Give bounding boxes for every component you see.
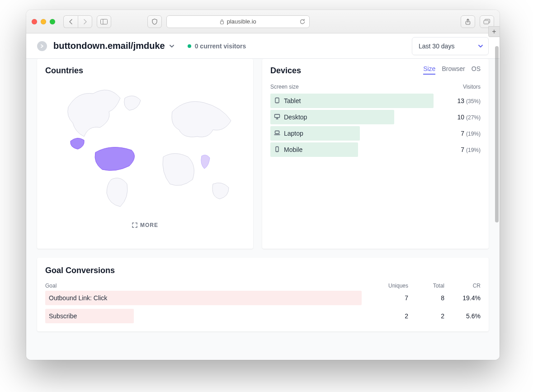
nav-back-forward <box>63 15 92 28</box>
col-goal: Goal <box>45 283 372 289</box>
close-window-button[interactable] <box>32 19 37 24</box>
svg-rect-2 <box>220 21 223 24</box>
tab-os[interactable]: OS <box>472 65 481 75</box>
devices-list: Tablet 13 (35%) Desktop 10 (27%) Laptop … <box>270 93 481 158</box>
devices-subheader: Screen size Visitors <box>270 84 481 90</box>
device-percent: (19%) <box>466 147 481 153</box>
goal-bar: Outbound Link: Click <box>45 291 362 305</box>
map-country-india[interactable] <box>201 155 210 169</box>
countries-map[interactable] <box>45 76 245 220</box>
tab-browser[interactable]: Browser <box>442 65 465 75</box>
map-country-us[interactable] <box>95 147 134 171</box>
tab-size[interactable]: Size <box>423 65 435 75</box>
desktop-icon <box>274 113 280 121</box>
goal-uniques: 2 <box>372 312 408 320</box>
address-bar-host: plausible.io <box>227 18 256 25</box>
current-visitors-text[interactable]: 0 current visitors <box>195 43 246 50</box>
goals-title: Goal Conversions <box>45 266 481 275</box>
device-bar: Laptop <box>270 126 360 141</box>
goal-bar: Subscribe <box>45 309 134 323</box>
collapse-toggle[interactable] <box>37 41 47 51</box>
map-region-northamerica-canada <box>68 90 120 137</box>
countries-card: Countries <box>37 59 253 249</box>
back-button[interactable] <box>63 15 78 28</box>
device-label: Desktop <box>284 113 307 121</box>
device-metrics: 7 (19%) <box>461 130 481 137</box>
address-bar[interactable]: plausible.io <box>166 15 310 28</box>
dashboard-content: Countries <box>26 59 500 360</box>
device-row[interactable]: Tablet 13 (35%) <box>270 93 481 109</box>
chevron-down-icon <box>477 43 484 49</box>
browser-titlebar: plausible.io <box>26 10 500 33</box>
device-visitors: 10 <box>457 113 464 121</box>
zoom-window-button[interactable] <box>50 19 55 24</box>
new-tab-button[interactable]: + <box>488 26 500 37</box>
goals-columns: Goal Uniques Total CR <box>45 283 481 289</box>
reload-button[interactable] <box>299 19 306 25</box>
col-visitors: Visitors <box>463 84 481 90</box>
date-range-picker[interactable]: Last 30 days <box>412 37 489 55</box>
map-region-africa <box>163 154 194 186</box>
goals-list: Outbound Link: Click 7 8 19.4% Subscribe… <box>45 289 481 325</box>
goal-label: Outbound Link: Click <box>49 294 107 302</box>
device-metrics: 7 (19%) <box>461 146 481 153</box>
expand-icon <box>132 222 137 228</box>
laptop-icon <box>274 130 280 137</box>
map-country-us-alaska[interactable] <box>71 138 84 149</box>
device-row[interactable]: Laptop 7 (19%) <box>270 125 481 142</box>
chevron-down-icon[interactable] <box>169 43 175 49</box>
device-bar: Tablet <box>270 94 434 108</box>
svg-rect-8 <box>275 114 280 118</box>
minimize-window-button[interactable] <box>41 19 46 24</box>
device-label: Laptop <box>284 130 303 137</box>
device-row[interactable]: Mobile 7 (19%) <box>270 142 481 158</box>
goal-uniques: 7 <box>372 294 408 302</box>
device-visitors: 7 <box>461 146 464 153</box>
device-label: Tablet <box>284 97 301 104</box>
device-percent: (27%) <box>466 114 481 121</box>
svg-rect-5 <box>484 20 489 24</box>
countries-title: Countries <box>45 66 245 76</box>
live-indicator-dot <box>188 44 191 48</box>
device-percent: (19%) <box>466 131 481 137</box>
goal-cr: 19.4% <box>444 294 481 302</box>
goal-total: 2 <box>408 312 444 320</box>
goal-row[interactable]: Outbound Link: Click 7 8 19.4% <box>45 289 481 307</box>
site-name[interactable]: buttondown.email/jmduke <box>53 41 165 51</box>
safari-window: plausible.io + buttondown.email/jmduke 0… <box>26 10 500 360</box>
svg-rect-0 <box>101 19 108 24</box>
goals-card: Goal Conversions Goal Uniques Total CR O… <box>37 258 489 331</box>
map-region-oceania <box>212 183 229 199</box>
world-map-svg <box>50 80 240 216</box>
shield-privacy-button[interactable] <box>147 15 162 28</box>
sidebar-toggle-button[interactable] <box>97 15 111 28</box>
forward-button[interactable] <box>78 15 92 28</box>
svg-point-11 <box>277 151 277 151</box>
device-bar: Desktop <box>270 110 394 124</box>
device-row[interactable]: Desktop 10 (27%) <box>270 109 481 125</box>
countries-more-button[interactable]: MORE <box>45 222 245 228</box>
mobile-icon <box>274 146 280 154</box>
date-range-label: Last 30 days <box>419 43 454 50</box>
col-cr: CR <box>444 283 481 289</box>
goal-label: Subscribe <box>49 312 77 320</box>
col-screen-size: Screen size <box>270 84 299 90</box>
devices-tabs: Size Browser OS <box>423 65 481 75</box>
device-visitors: 13 <box>457 97 464 104</box>
share-button[interactable] <box>461 15 475 28</box>
goal-row[interactable]: Subscribe 2 2 5.6% <box>45 307 481 325</box>
lock-icon <box>220 19 224 24</box>
goal-cr: 5.6% <box>444 312 481 320</box>
device-percent: (35%) <box>466 98 481 104</box>
window-controls <box>32 19 55 24</box>
scrollbar-thumb[interactable] <box>495 46 499 222</box>
devices-card: Devices Size Browser OS Screen size Visi… <box>262 59 489 249</box>
more-label: MORE <box>140 222 158 228</box>
device-metrics: 10 (27%) <box>457 113 481 121</box>
app-header: buttondown.email/jmduke 0 current visito… <box>26 33 500 59</box>
goal-total: 8 <box>408 294 444 302</box>
map-region-eurasia <box>172 102 231 137</box>
col-total: Total <box>408 283 444 289</box>
col-uniques: Uniques <box>372 283 408 289</box>
device-visitors: 7 <box>461 130 464 137</box>
